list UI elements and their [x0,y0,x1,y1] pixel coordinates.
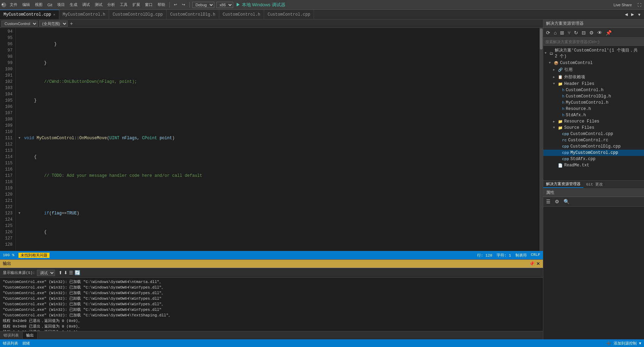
debug-menu[interactable]: 调试 [81,2,91,8]
build-menu[interactable]: 生成 [68,2,79,8]
tree-item-header-files[interactable]: ▼ 📁 Header Files [543,81,644,87]
add-scope-btn[interactable]: ＋ [69,21,74,27]
tab-close-mycustomcontrol-cpp[interactable]: ✕ [53,13,55,17]
tab-git-changes[interactable]: Git 更改 [583,181,606,188]
git-menu[interactable]: Git [46,2,54,7]
sb-sync-btn[interactable]: ⟳ [545,29,552,36]
maximize-btn[interactable]: ⛶ [636,2,643,7]
res-icon: 📁 [558,119,563,124]
output-line: "CustomControl.exe" (Win32): 已加载 "C:\Win… [3,279,540,285]
tree-item-customcontroldlg-cpp[interactable]: cpp CustomControlDlg.cpp [543,143,644,150]
file-label: CustomControl.cpp [570,132,613,136]
status-line: 行: 128 [477,253,492,258]
live-share-btn[interactable]: Live Share [612,2,633,7]
tab-solution-explorer[interactable]: 解决方案资源管理器 [543,181,583,188]
output-source-select[interactable]: 调试 [37,270,55,276]
sidebar-search-bar [543,38,644,46]
output-title-bar: 输出 📌 ✕ [0,260,543,268]
class-select[interactable]: CustomControl [1,21,38,27]
line-numbers: 94 95 96 97 98 99 100 101 102 103 104 10… [0,28,16,251]
code-content[interactable]: } } //CWnd::OnLButtonDown(nFlags, point)… [16,28,539,251]
output-line: "CustomControl.exe" (Win32): 已卸载 "C:\Win… [3,296,540,301]
tab-list-btn[interactable]: ▼ [636,12,643,17]
tab-customcontroldlg-cpp[interactable]: CustomControlDlg.cpp [109,10,167,19]
separator2 [189,2,190,8]
sb-home-btn[interactable]: ⌂ [552,29,558,36]
sidebar-search-input[interactable] [545,40,642,44]
tree-item-resource-files[interactable]: ▶ 📁 Resource Files [543,118,644,125]
tree-item-customcontrol-rc[interactable]: rc CustomControl.rc [543,137,644,143]
tree-item-customcontroldlg-h[interactable]: h CustomControlDlg.h [543,93,644,100]
tree-item-stdafx-h[interactable]: h StdAfx.h [543,112,644,118]
tree-item-stdafx-cpp[interactable]: cpp StdAfx.cpp [543,156,644,162]
scope-select[interactable]: (全局范围) [39,21,68,27]
src-icon: 📁 [558,126,563,130]
tree-item-project[interactable]: ▼ 📦 CustomControl [543,60,644,66]
sb-git-btn[interactable]: ⑂ [566,29,572,36]
file-menu[interactable]: 文件 [8,2,19,8]
status-right: 行: 128 字符: 1 制表符 CRLF [477,253,540,258]
props-btn1[interactable]: ☰ [545,198,552,205]
tab-mycustomcontrol-cpp[interactable]: MyCustomControl.cpp ✕ [0,10,59,19]
tab-scroll-left[interactable]: ◀ [623,12,629,17]
tools-menu[interactable]: 工具 [118,2,129,8]
ext-arrow: ▶ [553,75,557,79]
output-tool-btn1[interactable]: ⬆ [59,270,62,275]
props-btn2[interactable]: ⚙ [553,198,561,205]
output-tool-btn3[interactable]: ☰ [69,270,73,275]
sb-filter-btn[interactable]: ⊞ [559,29,566,36]
ext-label: 外部依赖项 [564,74,585,80]
tab-customcontrol-h[interactable]: CustomControl.h [219,10,264,19]
project-menu[interactable]: 项目 [56,2,66,8]
output-line: 线程 0x3488 已退出，返回值为 0 (0x0)。 [3,324,540,329]
zoom-level[interactable]: 100 % [3,253,14,257]
props-btn3[interactable]: 🔍 [562,198,571,205]
output-line: "CustomControl.exe" (Win32): 已加载 "C:\Win… [3,313,540,318]
tab-customcontrol-cpp[interactable]: CustomControl.cpp [264,10,314,19]
platform-select[interactable]: x86x86 [216,2,233,8]
res-label: Resource Files [564,119,599,124]
debug-config-select[interactable]: DebugDebug [192,2,214,8]
sb-collapse-btn[interactable]: ⊟ [580,29,587,36]
tree-item-references[interactable]: ▶ 🔗 引用 [543,66,644,73]
view-menu[interactable]: 视图 [33,2,44,8]
tab-scroll-right[interactable]: ▶ [630,12,635,17]
tree-item-customcontrol-h[interactable]: h CustomControl.h [543,87,644,93]
sb-pin-btn[interactable]: 📌 [604,29,613,36]
editor-scrollbar[interactable] [539,28,543,251]
status-encoding: CRLF [531,253,540,258]
code-line: } [18,41,539,47]
extensions-menu[interactable]: 扩展 [131,2,141,8]
tab-customcontroldlg-h[interactable]: CustomControlDlg.h [167,10,219,19]
tree-item-external-deps[interactable]: ▶ 📋 外部依赖项 [543,73,644,81]
scrollbar-thumb [540,29,543,49]
redo-btn[interactable]: ↪ [181,2,186,7]
sidebar-title: 解决方案资源管理器 [543,19,644,28]
sb-refresh-btn[interactable]: ↻ [573,29,580,36]
output-tool-btn2[interactable]: ⬇ [64,270,68,275]
tree-item-mycustomcontrol-h[interactable]: h MyCustomControl.h [543,100,644,106]
tree-item-resource-h[interactable]: h Resource.h [543,106,644,112]
tab-error-list[interactable]: 错误列表 [0,332,23,339]
test-menu[interactable]: 测试 [93,2,104,8]
bottom-status-1: 错误列表 [3,341,18,346]
tab-output[interactable]: 输出 [23,332,38,339]
run-button[interactable]: ▶ 本地 Windows 调试器 [235,2,286,8]
undo-btn[interactable]: ↩ [172,2,178,7]
sb-settings-btn[interactable]: ⚙ [588,29,595,36]
window-menu[interactable]: 窗口 [144,2,154,8]
tree-item-readme[interactable]: 📄 ReadMe.txt [543,162,644,168]
help-menu[interactable]: 帮助 [156,2,167,8]
output-pin-btn[interactable]: 📌 [529,261,535,266]
tree-item-customcontrol-cpp[interactable]: cpp CustomControl.cpp [543,131,644,137]
tree-item-solution[interactable]: ▼ 🗂 解决方案'CustomControl'(1 个项目，共 2 个) [543,47,644,60]
output-tool-btn4[interactable]: 🔄 [75,270,80,275]
sb-view-btn[interactable]: 👁 [596,29,604,36]
res-arrow: ▶ [553,120,557,124]
analyze-menu[interactable]: 分析 [106,2,116,8]
output-close-btn[interactable]: ✕ [536,261,540,266]
edit-menu[interactable]: 编辑 [21,2,31,8]
tree-item-mycustomcontrol-cpp[interactable]: cpp MyCustomControl.cpp [543,150,644,156]
tree-item-source-files[interactable]: ▼ 📁 Source Files [543,125,644,131]
tab-mycustomcontrol-h[interactable]: MyCustomControl.h [59,10,109,19]
